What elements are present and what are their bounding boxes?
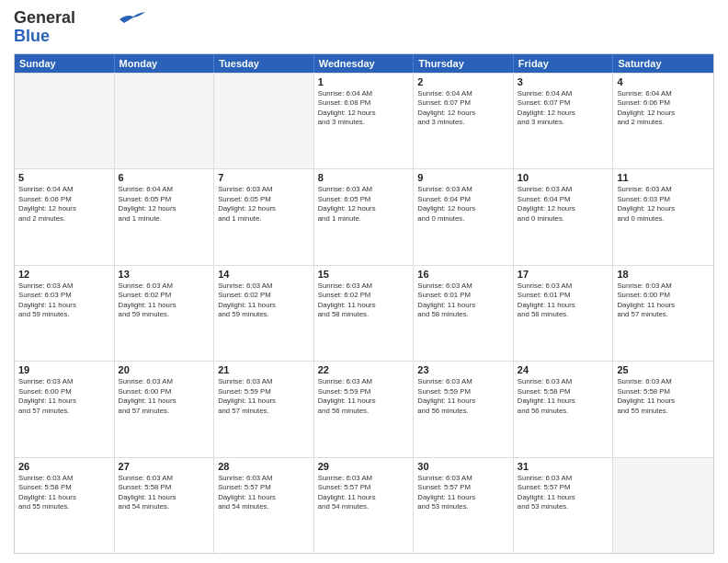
- calendar-cell: 7Sunrise: 6:03 AM Sunset: 6:05 PM Daylig…: [214, 169, 314, 264]
- calendar-cell: [613, 458, 713, 553]
- calendar-header: SundayMondayTuesdayWednesdayThursdayFrid…: [15, 54, 713, 73]
- calendar-cell: 13Sunrise: 6:03 AM Sunset: 6:02 PM Dayli…: [115, 266, 215, 361]
- day-info: Sunrise: 6:03 AM Sunset: 6:00 PM Dayligh…: [18, 377, 110, 416]
- day-info: Sunrise: 6:03 AM Sunset: 6:03 PM Dayligh…: [617, 185, 710, 224]
- day-info: Sunrise: 6:03 AM Sunset: 5:58 PM Dayligh…: [18, 474, 110, 512]
- calendar-cell: 27Sunrise: 6:03 AM Sunset: 5:58 PM Dayli…: [115, 458, 215, 553]
- calendar-cell: 18Sunrise: 6:03 AM Sunset: 6:00 PM Dayli…: [613, 266, 713, 361]
- day-number: 19: [18, 364, 110, 375]
- day-number: 3: [518, 76, 609, 87]
- day-info: Sunrise: 6:03 AM Sunset: 6:02 PM Dayligh…: [218, 282, 310, 320]
- day-info: Sunrise: 6:03 AM Sunset: 5:58 PM Dayligh…: [518, 377, 609, 416]
- day-info: Sunrise: 6:03 AM Sunset: 6:01 PM Dayligh…: [518, 282, 609, 320]
- day-info: Sunrise: 6:04 AM Sunset: 6:06 PM Dayligh…: [617, 89, 710, 128]
- calendar-cell: 12Sunrise: 6:03 AM Sunset: 6:03 PM Dayli…: [15, 266, 115, 361]
- calendar-cell: 26Sunrise: 6:03 AM Sunset: 5:58 PM Dayli…: [15, 458, 115, 553]
- day-info: Sunrise: 6:03 AM Sunset: 6:04 PM Dayligh…: [518, 185, 609, 224]
- day-number: 5: [18, 172, 110, 183]
- logo-text-blue: Blue: [14, 28, 50, 46]
- day-number: 15: [318, 269, 410, 280]
- calendar-cell: 30Sunrise: 6:03 AM Sunset: 5:57 PM Dayli…: [414, 458, 514, 553]
- day-info: Sunrise: 6:03 AM Sunset: 6:00 PM Dayligh…: [617, 282, 710, 320]
- calendar-cell: 19Sunrise: 6:03 AM Sunset: 6:00 PM Dayli…: [15, 362, 115, 456]
- calendar-cell: 2Sunrise: 6:04 AM Sunset: 6:07 PM Daylig…: [414, 74, 514, 168]
- day-info: Sunrise: 6:03 AM Sunset: 6:01 PM Dayligh…: [417, 282, 509, 320]
- calendar-body: 1Sunrise: 6:04 AM Sunset: 6:08 PM Daylig…: [15, 73, 713, 553]
- day-info: Sunrise: 6:03 AM Sunset: 5:59 PM Dayligh…: [417, 377, 509, 416]
- weekday-header-friday: Friday: [514, 54, 614, 73]
- day-info: Sunrise: 6:03 AM Sunset: 5:57 PM Dayligh…: [417, 474, 509, 512]
- day-info: Sunrise: 6:03 AM Sunset: 6:00 PM Dayligh…: [119, 377, 210, 416]
- weekday-header-wednesday: Wednesday: [314, 54, 415, 73]
- day-number: 25: [617, 364, 710, 375]
- day-number: 24: [518, 364, 609, 375]
- calendar-cell: 14Sunrise: 6:03 AM Sunset: 6:02 PM Dayli…: [214, 266, 314, 361]
- logo-text-general: General: [14, 9, 75, 28]
- calendar-cell: 31Sunrise: 6:03 AM Sunset: 5:57 PM Dayli…: [514, 458, 614, 553]
- day-number: 28: [218, 461, 310, 472]
- calendar-row-1: 5Sunrise: 6:04 AM Sunset: 6:06 PM Daylig…: [15, 168, 713, 264]
- day-info: Sunrise: 6:04 AM Sunset: 6:08 PM Dayligh…: [318, 89, 410, 128]
- day-number: 4: [617, 76, 710, 87]
- day-number: 16: [417, 269, 509, 280]
- calendar-cell: 3Sunrise: 6:04 AM Sunset: 6:07 PM Daylig…: [514, 74, 614, 168]
- calendar-row-2: 12Sunrise: 6:03 AM Sunset: 6:03 PM Dayli…: [15, 265, 713, 361]
- day-number: 17: [518, 269, 609, 280]
- calendar-cell: 16Sunrise: 6:03 AM Sunset: 6:01 PM Dayli…: [414, 266, 514, 361]
- page: General Blue SundayMondayTuesdayWednesda…: [0, 0, 728, 563]
- calendar: SundayMondayTuesdayWednesdayThursdayFrid…: [14, 53, 714, 554]
- calendar-cell: 9Sunrise: 6:03 AM Sunset: 6:04 PM Daylig…: [414, 169, 514, 264]
- logo: General Blue: [14, 9, 147, 46]
- calendar-cell: 28Sunrise: 6:03 AM Sunset: 5:57 PM Dayli…: [214, 458, 314, 553]
- weekday-header-monday: Monday: [115, 54, 215, 73]
- calendar-cell: 22Sunrise: 6:03 AM Sunset: 5:59 PM Dayli…: [314, 362, 415, 456]
- day-info: Sunrise: 6:03 AM Sunset: 6:02 PM Dayligh…: [119, 282, 210, 320]
- day-number: 2: [417, 76, 509, 87]
- calendar-cell: 21Sunrise: 6:03 AM Sunset: 5:59 PM Dayli…: [214, 362, 314, 456]
- day-number: 1: [318, 76, 410, 87]
- weekday-header-tuesday: Tuesday: [214, 54, 314, 73]
- day-number: 30: [417, 461, 509, 472]
- calendar-cell: [15, 74, 115, 168]
- weekday-header-saturday: Saturday: [613, 54, 713, 73]
- calendar-cell: 5Sunrise: 6:04 AM Sunset: 6:06 PM Daylig…: [15, 169, 115, 264]
- calendar-cell: 8Sunrise: 6:03 AM Sunset: 6:05 PM Daylig…: [314, 169, 415, 264]
- calendar-cell: 15Sunrise: 6:03 AM Sunset: 6:02 PM Dayli…: [314, 266, 415, 361]
- day-number: 6: [119, 172, 210, 183]
- day-info: Sunrise: 6:03 AM Sunset: 5:59 PM Dayligh…: [218, 377, 310, 416]
- day-info: Sunrise: 6:03 AM Sunset: 6:05 PM Dayligh…: [318, 185, 410, 224]
- day-info: Sunrise: 6:03 AM Sunset: 5:58 PM Dayligh…: [119, 474, 210, 512]
- calendar-row-4: 26Sunrise: 6:03 AM Sunset: 5:58 PM Dayli…: [15, 457, 713, 553]
- calendar-cell: 20Sunrise: 6:03 AM Sunset: 6:00 PM Dayli…: [115, 362, 215, 456]
- day-info: Sunrise: 6:03 AM Sunset: 6:02 PM Dayligh…: [318, 282, 410, 320]
- day-number: 31: [518, 461, 609, 472]
- calendar-cell: 17Sunrise: 6:03 AM Sunset: 6:01 PM Dayli…: [514, 266, 614, 361]
- day-info: Sunrise: 6:03 AM Sunset: 6:04 PM Dayligh…: [417, 185, 509, 224]
- day-info: Sunrise: 6:03 AM Sunset: 5:57 PM Dayligh…: [518, 474, 609, 512]
- calendar-cell: 10Sunrise: 6:03 AM Sunset: 6:04 PM Dayli…: [514, 169, 614, 264]
- day-number: 21: [218, 364, 310, 375]
- day-info: Sunrise: 6:03 AM Sunset: 5:58 PM Dayligh…: [617, 377, 710, 416]
- calendar-cell: 1Sunrise: 6:04 AM Sunset: 6:08 PM Daylig…: [314, 74, 415, 168]
- calendar-row-3: 19Sunrise: 6:03 AM Sunset: 6:00 PM Dayli…: [15, 361, 713, 456]
- calendar-cell: [214, 74, 314, 168]
- day-info: Sunrise: 6:03 AM Sunset: 6:03 PM Dayligh…: [18, 282, 110, 320]
- calendar-cell: 23Sunrise: 6:03 AM Sunset: 5:59 PM Dayli…: [414, 362, 514, 456]
- calendar-row-0: 1Sunrise: 6:04 AM Sunset: 6:08 PM Daylig…: [15, 73, 713, 168]
- day-info: Sunrise: 6:04 AM Sunset: 6:05 PM Dayligh…: [119, 185, 210, 224]
- calendar-cell: 24Sunrise: 6:03 AM Sunset: 5:58 PM Dayli…: [514, 362, 614, 456]
- day-number: 13: [119, 269, 210, 280]
- day-info: Sunrise: 6:03 AM Sunset: 5:57 PM Dayligh…: [218, 474, 310, 512]
- logo-bird-icon: [119, 12, 147, 23]
- weekday-header-thursday: Thursday: [414, 54, 514, 73]
- weekday-header-sunday: Sunday: [15, 54, 115, 73]
- day-number: 11: [617, 172, 710, 183]
- day-number: 14: [218, 269, 310, 280]
- header: General Blue: [14, 9, 714, 46]
- day-info: Sunrise: 6:04 AM Sunset: 6:07 PM Dayligh…: [518, 89, 609, 128]
- day-number: 22: [318, 364, 410, 375]
- day-number: 9: [417, 172, 509, 183]
- day-number: 12: [18, 269, 110, 280]
- calendar-cell: 4Sunrise: 6:04 AM Sunset: 6:06 PM Daylig…: [613, 74, 713, 168]
- calendar-cell: [115, 74, 215, 168]
